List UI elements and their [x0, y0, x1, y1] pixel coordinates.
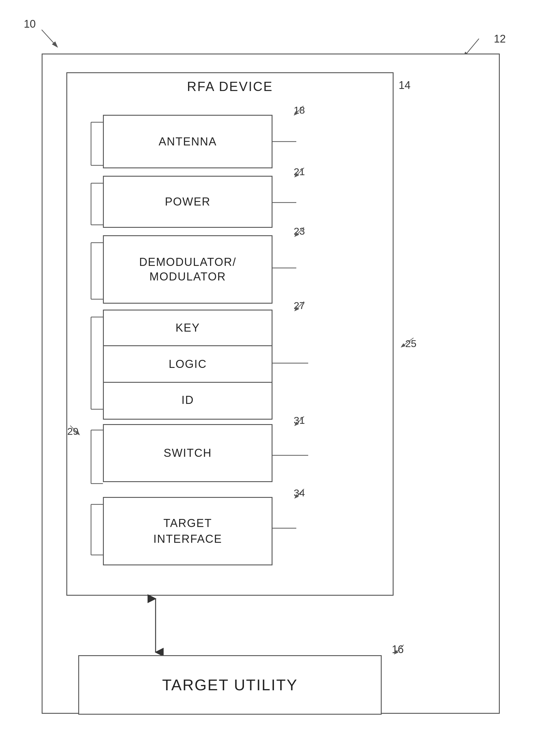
key-block: KEY: [104, 310, 272, 346]
id-block: ID: [104, 382, 272, 418]
bidirectional-arrow-svg: [126, 596, 185, 655]
logic-label-area: LOGIC: [104, 346, 272, 382]
ref25-arrow: [396, 335, 419, 353]
rfa-device-box: RFA DEVICE 14: [66, 72, 394, 596]
svg-line-28: [295, 227, 304, 236]
ref10-arrow: [24, 18, 83, 54]
ref29-arrow: [67, 423, 85, 437]
target-interface-block: TARGET INTERFACE: [103, 497, 273, 565]
svg-line-27: [295, 168, 304, 177]
ref23-arrow: [292, 224, 310, 239]
svg-line-29: [295, 302, 304, 310]
antenna-block: ANTENNA: [103, 115, 273, 168]
ref31-arrow: [292, 413, 310, 428]
switch-block: SWITCH: [103, 424, 273, 482]
ref21-arrow: [292, 165, 310, 180]
svg-line-33: [295, 489, 304, 498]
logic-group-box: KEY LOGIC ID: [103, 310, 273, 420]
ref18-arrow: [292, 103, 309, 118]
svg-line-26: [295, 106, 303, 115]
diagram-container: 10 12 TARGET RFA DEVICE 14: [24, 18, 524, 738]
ref34-arrow: [292, 486, 310, 501]
target-utility-block: TARGET UTILITY: [78, 655, 382, 715]
outer-target-box: TARGET RFA DEVICE 14: [42, 54, 500, 714]
ref-14: 14: [399, 79, 411, 92]
svg-line-35: [395, 645, 404, 654]
svg-line-0: [42, 30, 57, 46]
power-block: POWER: [103, 176, 273, 228]
ref27-arrow: [292, 299, 310, 313]
ref16-arrow: [392, 642, 410, 660]
svg-line-30: [402, 338, 414, 347]
svg-line-32: [295, 416, 304, 425]
svg-line-31: [70, 426, 79, 435]
demodulator-modulator-block: DEMODULATOR/ MODULATOR: [103, 235, 273, 304]
